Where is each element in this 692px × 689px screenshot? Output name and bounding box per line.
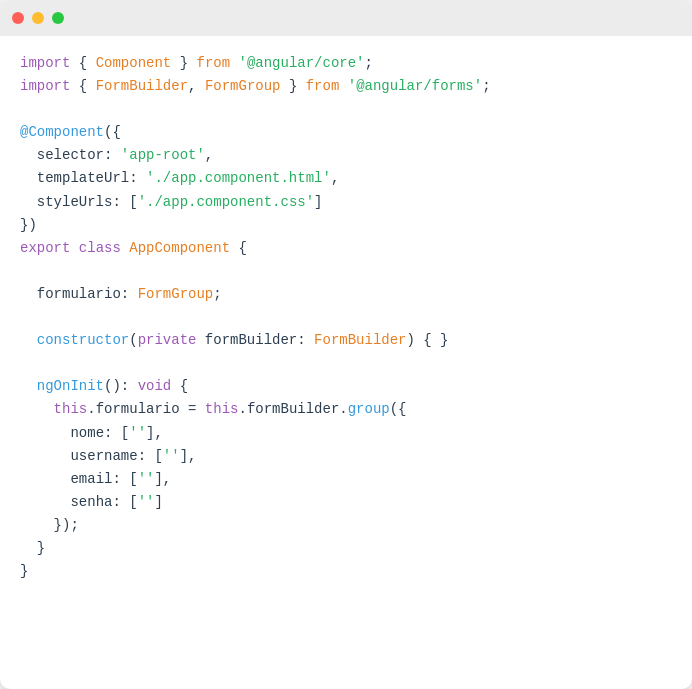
code-line-18: username: [''],: [20, 445, 672, 468]
code-line-21: });: [20, 514, 672, 537]
code-line-20: senha: ['']: [20, 491, 672, 514]
code-line-10: [20, 260, 672, 283]
code-line-4: @Component({: [20, 121, 672, 144]
code-line-3: [20, 98, 672, 121]
code-line-22: }: [20, 537, 672, 560]
code-line-19: email: [''],: [20, 468, 672, 491]
code-line-13: constructor(private formBuilder: FormBui…: [20, 329, 672, 352]
code-line-8: }): [20, 214, 672, 237]
code-line-2: import { FormBuilder, FormGroup } from '…: [20, 75, 672, 98]
code-line-14: [20, 352, 672, 375]
code-line-1: import { Component } from '@angular/core…: [20, 52, 672, 75]
code-line-23: }: [20, 560, 672, 583]
title-bar: [0, 0, 692, 36]
maximize-button[interactable]: [52, 12, 64, 24]
code-area: import { Component } from '@angular/core…: [0, 36, 692, 599]
code-line-15: ngOnInit(): void {: [20, 375, 672, 398]
code-line-16: this.formulario = this.formBuilder.group…: [20, 398, 672, 421]
code-line-17: nome: [''],: [20, 422, 672, 445]
code-line-5: selector: 'app-root',: [20, 144, 672, 167]
code-line-11: formulario: FormGroup;: [20, 283, 672, 306]
code-line-7: styleUrls: ['./app.component.css']: [20, 191, 672, 214]
code-line-12: [20, 306, 672, 329]
code-editor-window: import { Component } from '@angular/core…: [0, 0, 692, 689]
close-button[interactable]: [12, 12, 24, 24]
minimize-button[interactable]: [32, 12, 44, 24]
code-line-9: export class AppComponent {: [20, 237, 672, 260]
code-line-6: templateUrl: './app.component.html',: [20, 167, 672, 190]
